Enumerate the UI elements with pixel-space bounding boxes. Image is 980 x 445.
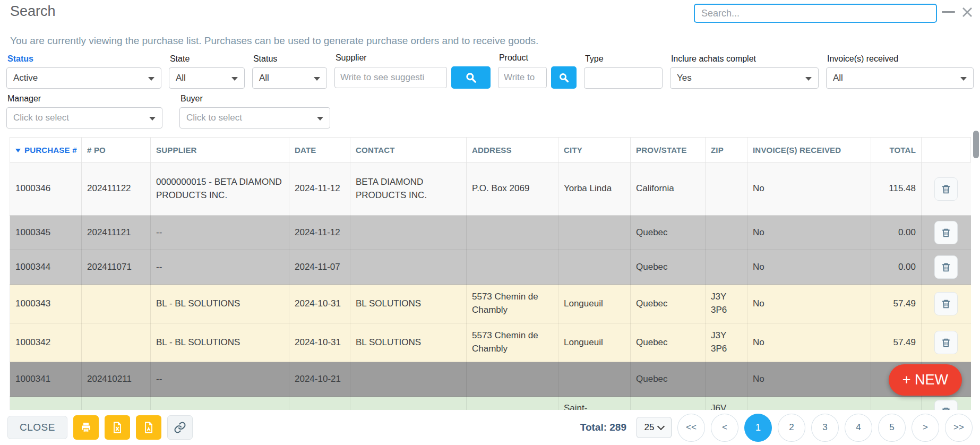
column-header-prov-state[interactable]: PROV/STATE	[631, 138, 706, 162]
supplier-input[interactable]	[334, 67, 447, 88]
chevron-down-icon	[805, 77, 812, 81]
excel-export-button[interactable]	[105, 415, 130, 440]
page-size-select[interactable]: 25	[637, 417, 672, 438]
column-header-zip[interactable]: ZIP	[706, 138, 747, 162]
table-row[interactable]: Saint- J6V	[10, 397, 971, 410]
supplier-search-button[interactable]	[451, 66, 491, 89]
search-icon	[557, 71, 570, 84]
column-header-city[interactable]: CITY	[558, 138, 631, 162]
cell-prov-state: Quebec	[631, 216, 706, 250]
delete-button[interactable]	[934, 177, 958, 201]
pagination-first[interactable]: <<	[677, 414, 705, 442]
purchase-list-window: Search You are currently viewing the pur…	[0, 0, 980, 445]
pagination-prev[interactable]: <	[711, 414, 738, 442]
pagination-page-5[interactable]: 5	[878, 414, 906, 442]
include-complete-select[interactable]: Yes	[670, 67, 819, 89]
column-header-supplier[interactable]: SUPPLIER	[151, 138, 289, 162]
cell-zip	[706, 362, 747, 397]
column-header-po[interactable]: # PO	[82, 138, 151, 162]
cell-date: 2024-10-31	[289, 323, 350, 362]
sort-desc-icon	[15, 149, 21, 152]
type-filter-label: Type	[585, 54, 663, 64]
manager-select[interactable]: Click to select	[6, 107, 162, 129]
status-select[interactable]: Active	[6, 67, 161, 89]
vertical-scrollbar[interactable]	[973, 131, 979, 158]
status2-select[interactable]: All	[252, 67, 327, 89]
cell-city: Saint-	[558, 397, 631, 410]
print-button[interactable]	[73, 415, 99, 440]
close-button[interactable]: CLOSE	[7, 416, 67, 439]
table-header-row: PURCHASE # # PO SUPPLIER DATE CONTACT AD…	[10, 138, 971, 162]
buyer-select[interactable]: Click to select	[179, 107, 330, 129]
pagination-next[interactable]: >	[912, 414, 939, 442]
cell-po	[82, 397, 151, 410]
delete-button[interactable]	[934, 255, 958, 279]
pagination-page-4[interactable]: 4	[845, 414, 872, 442]
minimize-icon[interactable]	[942, 11, 955, 13]
trash-icon	[940, 406, 952, 410]
cell-supplier: BL - BL SOLUTIONS	[151, 323, 289, 362]
product-search-button[interactable]	[551, 66, 577, 89]
cell-invoices-received	[747, 397, 871, 410]
column-header-total[interactable]: TOTAL	[871, 138, 922, 162]
table-row[interactable]: 1000343 BL - BL SOLUTIONS 2024-10-31 BL …	[10, 285, 971, 323]
cell-purchase: 1000341	[10, 362, 82, 397]
cell-address	[467, 216, 558, 250]
table-row[interactable]: 1000345 202411121 -- 2024-11-12 Quebec N…	[10, 216, 971, 250]
cell-purchase: 1000344	[10, 250, 82, 285]
cell-total: 0.00	[871, 216, 922, 250]
cell-city	[558, 362, 631, 397]
link-button[interactable]	[167, 415, 193, 440]
page-title: Search	[10, 3, 56, 20]
table-row[interactable]: 1000346 202411122 0000000015 - BETA DIAM…	[10, 162, 971, 216]
pagination-page-2[interactable]: 2	[778, 414, 805, 442]
pdf-export-button[interactable]	[136, 415, 161, 440]
status-filter-label: Status	[7, 54, 161, 64]
purchase-table: PURCHASE # # PO SUPPLIER DATE CONTACT AD…	[0, 137, 980, 410]
excel-file-icon	[111, 421, 124, 434]
column-header-purchase[interactable]: PURCHASE #	[10, 138, 82, 162]
cell-prov-state: Quebec	[631, 285, 706, 323]
table-row[interactable]: 1000344 202411071 -- 2024-11-07 Quebec N…	[10, 250, 971, 285]
filter-bar: Status Active State All Status All Suppl…	[6, 53, 974, 129]
product-input[interactable]	[498, 67, 547, 88]
state-select[interactable]: All	[169, 67, 245, 89]
table-row[interactable]: 1000342 BL - BL SOLUTIONS 2024-10-31 BL …	[10, 323, 971, 362]
pagination-page-3[interactable]: 3	[811, 414, 839, 442]
invoices-received-select[interactable]: All	[826, 67, 974, 89]
cell-prov-state: Quebec	[631, 323, 706, 362]
delete-button[interactable]	[934, 331, 958, 354]
column-header-contact[interactable]: CONTACT	[350, 138, 467, 162]
pagination-page-1[interactable]: 1	[744, 414, 772, 442]
cell-city: Yorba Linda	[558, 162, 631, 216]
cell-total: 57.49	[871, 285, 922, 323]
search-input[interactable]	[694, 4, 937, 23]
trash-icon	[940, 183, 952, 195]
cell-zip: J3Y 3P6	[706, 285, 747, 323]
delete-button[interactable]	[934, 221, 958, 244]
pagination-last[interactable]: >>	[945, 414, 973, 442]
cell-invoices-received: No	[747, 323, 871, 362]
type-input[interactable]	[584, 67, 663, 89]
column-header-date[interactable]: DATE	[289, 138, 350, 162]
cell-po: 202411121	[82, 216, 151, 250]
cell-purchase: 1000342	[10, 323, 82, 362]
new-purchase-button[interactable]: + NEW	[889, 364, 962, 396]
chevron-down-icon	[314, 77, 320, 81]
column-header-address[interactable]: ADDRESS	[467, 138, 558, 162]
cell-po	[82, 285, 151, 323]
cell-address	[467, 250, 558, 285]
cell-purchase: 1000343	[10, 285, 82, 323]
close-icon[interactable]	[959, 4, 976, 21]
search-icon	[464, 71, 478, 84]
column-header-invoices-received[interactable]: INVOICE(S) RECEIVED	[747, 138, 871, 162]
cell-supplier: --	[151, 216, 289, 250]
delete-button[interactable]	[934, 400, 958, 410]
cell-supplier: BL - BL SOLUTIONS	[151, 285, 289, 323]
pdf-file-icon	[142, 421, 155, 434]
cell-prov-state: California	[631, 162, 706, 216]
delete-button[interactable]	[934, 292, 958, 315]
table-row[interactable]: 1000341 202410211 -- 2024-10-21 Quebec N…	[10, 362, 971, 397]
cell-address	[467, 362, 558, 397]
cell-prov-state	[631, 397, 706, 410]
